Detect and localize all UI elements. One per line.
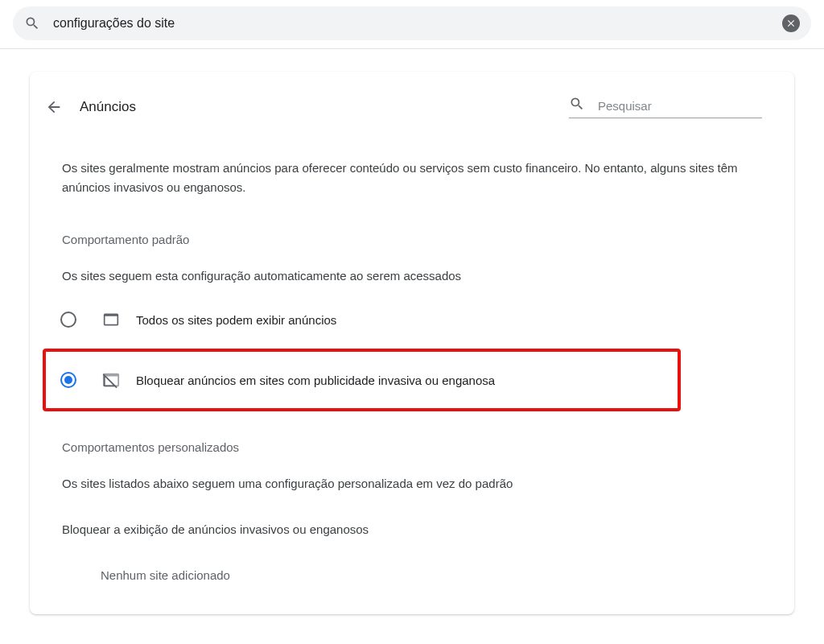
custom-behavior-title: Comportamentos personalizados (62, 440, 762, 454)
top-search-input[interactable] (53, 16, 782, 31)
panel-header: Anúncios (62, 93, 762, 122)
radio-option-block[interactable]: Bloquear anúncios em sites com publicida… (60, 352, 629, 408)
top-search-bar[interactable] (13, 6, 811, 40)
clear-search-button[interactable] (782, 14, 800, 32)
radio-icon-selected (60, 372, 76, 388)
panel-search-input[interactable] (598, 99, 762, 113)
page-description: Os sites geralmente mostram anúncios par… (62, 159, 762, 197)
ads-block-icon (102, 371, 120, 389)
radio-icon (60, 312, 76, 328)
ads-allow-icon (102, 312, 120, 328)
default-behavior-subtitle: Os sites seguem esta configuração automa… (62, 269, 762, 283)
block-section-title: Bloquear a exibição de anúncios invasivo… (62, 522, 762, 536)
settings-panel: Anúncios Os sites geralmente mostram anú… (30, 72, 794, 614)
page-title: Anúncios (80, 99, 136, 115)
search-icon (569, 96, 585, 115)
custom-behavior-subtitle: Os sites listados abaixo seguem uma conf… (62, 477, 762, 490)
highlighted-selected-option: Bloquear anúncios em sites com publicida… (43, 349, 681, 411)
top-search-container (0, 0, 824, 49)
panel-search[interactable] (569, 96, 762, 118)
no-sites-text: Nenhum site adicionado (101, 568, 762, 582)
radio-option-allow[interactable]: Todos os sites podem exibir anúncios (60, 305, 762, 334)
back-button[interactable] (39, 93, 68, 122)
radio-option-allow-label: Todos os sites podem exibir anúncios (136, 313, 336, 327)
default-behavior-title: Comportamento padrão (62, 233, 762, 246)
search-icon (24, 15, 40, 31)
radio-option-block-label: Bloquear anúncios em sites com publicida… (136, 374, 495, 387)
